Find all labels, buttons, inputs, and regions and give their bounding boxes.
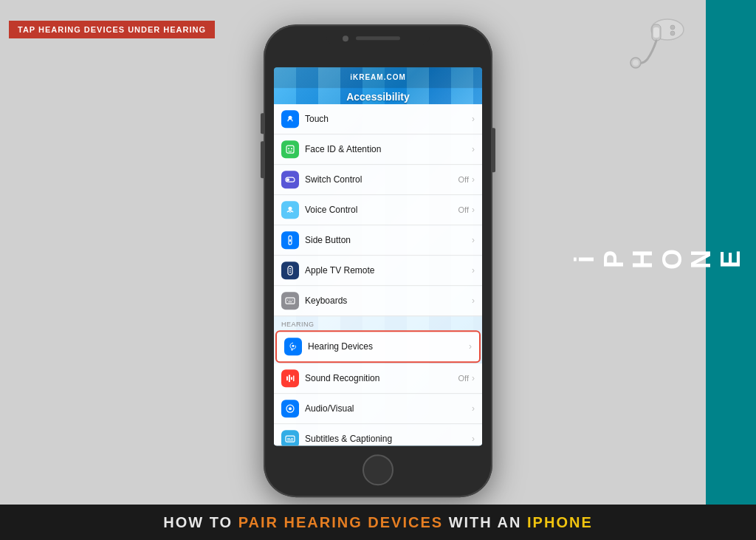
switch-control-value: Off xyxy=(458,175,469,184)
switch-icon xyxy=(281,171,299,188)
settings-list: Touch › Face ID & Attention › xyxy=(274,104,482,445)
keyboards-label: Keyboards xyxy=(305,295,472,306)
volume-down-button xyxy=(261,141,264,178)
speaker xyxy=(356,36,400,40)
phone-outer: iKREAM.COM Accessibility Touch › xyxy=(264,24,492,497)
right-strip: iPHONESE3 xyxy=(706,0,756,517)
svg-rect-19 xyxy=(289,272,291,273)
svg-rect-26 xyxy=(286,376,288,380)
table-row[interactable]: Audio/Visual › xyxy=(274,394,482,424)
subtitles-label: Subtitles & Captioning xyxy=(305,434,472,444)
svg-rect-15 xyxy=(289,239,291,242)
switch-control-label: Switch Control xyxy=(305,174,458,185)
chevron-icon: › xyxy=(472,373,475,383)
side-button-icon xyxy=(281,231,299,249)
voice-icon xyxy=(281,201,299,219)
remote-icon xyxy=(281,262,299,279)
table-row[interactable]: Touch › xyxy=(274,104,482,134)
svg-rect-18 xyxy=(289,270,291,271)
brand-text: iKREAM.COM xyxy=(350,73,406,81)
chevron-icon: › xyxy=(472,403,475,414)
table-row[interactable]: Sound Recognition Off › xyxy=(274,363,482,394)
svg-rect-22 xyxy=(289,299,291,300)
main-container: TAP HEARING DEVICES UNDER HEARING iPHONE… xyxy=(0,0,756,540)
table-row[interactable]: Apple TV Remote › xyxy=(274,256,482,286)
power-button xyxy=(492,128,495,172)
bottom-text-2: PAIR HEARING DEVICES xyxy=(238,514,443,530)
chevron-icon: › xyxy=(472,174,475,185)
bottom-text-4: iPHONE xyxy=(527,514,593,530)
svg-point-5 xyxy=(670,25,675,30)
home-button[interactable] xyxy=(362,454,394,485)
svg-point-25 xyxy=(292,344,295,346)
chevron-icon: › xyxy=(472,144,475,154)
svg-rect-20 xyxy=(286,298,295,304)
chevron-icon: › xyxy=(472,295,475,306)
hearing-aid-image xyxy=(616,7,697,74)
svg-rect-24 xyxy=(289,301,292,302)
svg-point-13 xyxy=(289,206,292,210)
right-strip-text: iPHONESE3 xyxy=(570,247,756,270)
svg-point-12 xyxy=(286,178,289,181)
svg-rect-28 xyxy=(291,377,292,380)
screen-title: Accessibility xyxy=(274,88,482,107)
sound-recognition-value: Off xyxy=(458,374,469,383)
camera-dot xyxy=(343,35,348,41)
chevron-icon: › xyxy=(472,235,475,245)
sound-recognition-icon xyxy=(281,369,299,387)
keyboard-icon xyxy=(281,292,299,310)
table-row[interactable]: Subtitles & Captioning › xyxy=(274,424,482,445)
hearing-devices-row[interactable]: Hearing Devices › xyxy=(275,330,481,363)
bottom-text-3: WITH AN xyxy=(443,514,527,530)
bottom-bar: HOW TO PAIR HEARING DEVICES WITH AN iPHO… xyxy=(0,505,756,540)
volume-up-button xyxy=(261,113,264,134)
svg-rect-21 xyxy=(287,299,289,300)
touch-icon xyxy=(281,110,299,128)
chevron-icon: › xyxy=(472,434,475,444)
chevron-icon: › xyxy=(469,341,472,352)
screen-header: iKREAM.COM xyxy=(274,67,482,88)
svg-rect-23 xyxy=(292,299,293,300)
audio-visual-label: Audio/Visual xyxy=(305,403,472,414)
svg-point-6 xyxy=(670,31,675,35)
bottom-text-1: HOW TO xyxy=(163,514,238,530)
chevron-icon: › xyxy=(472,265,475,276)
touch-label: Touch xyxy=(305,114,472,124)
svg-rect-33 xyxy=(287,438,290,439)
svg-point-10 xyxy=(291,148,292,149)
phone-notch xyxy=(326,32,430,45)
svg-point-4 xyxy=(633,60,639,66)
svg-rect-27 xyxy=(289,375,290,382)
subtitles-icon xyxy=(281,430,299,445)
hearing-devices-label: Hearing Devices xyxy=(308,341,469,352)
voice-control-value: Off xyxy=(458,205,469,214)
faceid-label: Face ID & Attention xyxy=(305,144,472,154)
instruction-bar: TAP HEARING DEVICES UNDER HEARING xyxy=(9,21,215,38)
table-row[interactable]: Side Button › xyxy=(274,225,482,256)
table-row[interactable]: Keyboards › xyxy=(274,286,482,316)
svg-rect-29 xyxy=(293,375,295,381)
table-row[interactable]: Face ID & Attention › xyxy=(274,134,482,165)
hearing-section-header: HEARING xyxy=(274,316,482,329)
svg-point-9 xyxy=(288,148,289,149)
chevron-icon: › xyxy=(472,205,475,215)
voice-control-label: Voice Control xyxy=(305,205,458,215)
svg-rect-2 xyxy=(653,27,659,38)
table-row[interactable]: Switch Control Off › xyxy=(274,165,482,195)
phone-screen: iKREAM.COM Accessibility Touch › xyxy=(274,67,482,445)
audio-visual-icon xyxy=(281,400,299,417)
side-button-label: Side Button xyxy=(305,235,472,245)
phone-device: iKREAM.COM Accessibility Touch › xyxy=(264,24,492,497)
table-row[interactable]: Voice Control Off › xyxy=(274,195,482,225)
svg-point-31 xyxy=(289,407,292,410)
sound-recognition-label: Sound Recognition xyxy=(305,373,458,383)
bottom-text: HOW TO PAIR HEARING DEVICES WITH AN iPHO… xyxy=(163,514,592,531)
hearing-devices-icon xyxy=(284,338,302,355)
apple-tv-remote-label: Apple TV Remote xyxy=(305,265,472,276)
chevron-icon: › xyxy=(472,114,475,124)
svg-rect-34 xyxy=(287,440,293,440)
instruction-text: TAP HEARING DEVICES UNDER HEARING xyxy=(18,25,206,34)
svg-rect-35 xyxy=(291,438,293,439)
faceid-icon xyxy=(281,140,299,158)
svg-point-17 xyxy=(289,267,291,269)
